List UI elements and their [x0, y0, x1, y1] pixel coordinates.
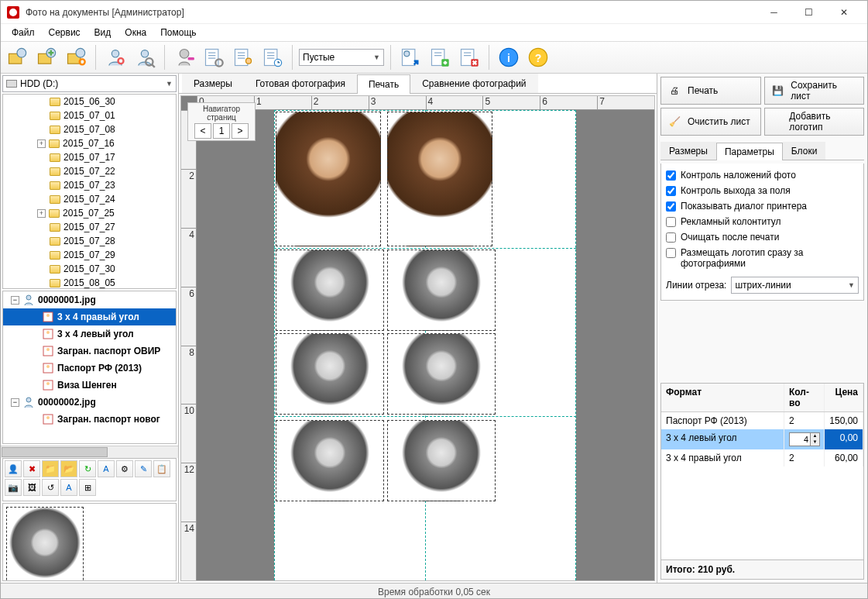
mini-btn-9[interactable]: 📋: [153, 460, 170, 477]
file-row[interactable]: −00000002.jpg: [3, 394, 176, 411]
mini-btn-1[interactable]: 👤: [5, 460, 22, 477]
folder-row[interactable]: 2015_07_08: [3, 122, 176, 136]
folder-row[interactable]: 2015_07_24: [3, 192, 176, 206]
folder-row[interactable]: 2015_07_27: [3, 220, 176, 234]
close-button[interactable]: ✕: [826, 1, 861, 24]
mini-btn-6[interactable]: A: [98, 460, 115, 477]
checkbox[interactable]: [666, 232, 676, 243]
qty-spinner[interactable]: ▲▼: [789, 432, 820, 446]
checkbox[interactable]: [666, 170, 676, 181]
mini-btn-11[interactable]: 🖼: [23, 479, 40, 496]
checkbox[interactable]: [666, 186, 676, 196]
page-prev-button[interactable]: <: [194, 123, 211, 139]
mini-btn-3[interactable]: 📁: [42, 460, 59, 477]
format-row[interactable]: 3 x 4 правый угол: [3, 308, 176, 325]
page-next-button[interactable]: >: [232, 123, 249, 139]
checkbox[interactable]: [666, 217, 676, 227]
photo-3x4-right-2[interactable]: [387, 420, 496, 501]
file-tree[interactable]: −00000001.jpg3 x 4 правый угол3 x 4 левы…: [2, 291, 177, 444]
toolbar-btn-person[interactable]: [102, 44, 129, 71]
toolbar-btn-listarrow[interactable]: [397, 44, 424, 71]
main-tab[interactable]: Размеры: [182, 74, 244, 93]
param-checkbox-row[interactable]: Очищать после печати: [666, 232, 859, 243]
mini-btn-10[interactable]: 📷: [5, 479, 22, 496]
format-row[interactable]: Загран. паспорт ОВИР: [3, 343, 176, 360]
photo-3x4-left-3[interactable]: [276, 333, 384, 415]
price-row[interactable]: 3 x 4 правый угол260,00: [661, 449, 863, 466]
folder-row[interactable]: +2015_07_25: [3, 206, 176, 220]
photo-passport-1[interactable]: [276, 112, 381, 246]
sub-tab[interactable]: Блоки: [783, 142, 826, 160]
cutline-combo[interactable]: штрих-линии▼: [731, 277, 859, 294]
collapse-icon[interactable]: −: [11, 296, 19, 305]
format-row[interactable]: Загран. паспорт новог: [3, 411, 176, 428]
print-canvas[interactable]: 01234567 02468101214: [180, 95, 655, 581]
toolbar-btn-open[interactable]: [4, 44, 30, 71]
param-checkbox-row[interactable]: Рекламный колонтитул: [666, 216, 859, 227]
folder-row[interactable]: 2015_07_23: [3, 178, 176, 192]
toolbar-btn-search[interactable]: [132, 44, 158, 71]
main-tab[interactable]: Готовая фотография: [244, 74, 357, 93]
photo-3x4-left-1[interactable]: [276, 250, 384, 331]
toolbar-btn-listplus[interactable]: [427, 44, 453, 71]
folder-row[interactable]: 2015_07_01: [3, 108, 176, 122]
format-row[interactable]: Виза Шенген: [3, 377, 176, 394]
menu-service[interactable]: Сервис: [43, 26, 87, 40]
mini-btn-12[interactable]: ↺: [42, 479, 59, 496]
photo-3x4-left-4[interactable]: [387, 333, 496, 415]
sub-tab[interactable]: Размеры: [660, 142, 716, 160]
folder-row[interactable]: 2015_07_28: [3, 234, 176, 248]
sub-tab[interactable]: Параметры: [716, 143, 783, 160]
expand-icon[interactable]: +: [37, 139, 46, 148]
add-logo-button[interactable]: Добавить логотип: [764, 108, 865, 136]
toolbar-btn-listclock[interactable]: [259, 44, 286, 71]
main-tab[interactable]: Сравнение фотографий: [410, 74, 537, 93]
mini-btn-4[interactable]: 📂: [60, 460, 77, 477]
qty-input[interactable]: [790, 433, 810, 446]
folder-row[interactable]: 2015_07_22: [3, 164, 176, 178]
print-button[interactable]: 🖨Печать: [660, 77, 761, 105]
toolbar-btn-listdel[interactable]: [456, 44, 482, 71]
file-row[interactable]: −00000001.jpg: [3, 291, 176, 308]
mini-btn-14[interactable]: ⊞: [79, 479, 96, 496]
toolbar-btn-openplus[interactable]: [33, 44, 60, 71]
param-checkbox-row[interactable]: Контроль наложений фото: [666, 170, 859, 181]
param-checkbox-row[interactable]: Размещать логотип сразу за фотографиями: [666, 247, 859, 269]
folder-row[interactable]: 2015_06_30: [3, 95, 176, 108]
menu-windows[interactable]: Окна: [118, 26, 153, 40]
minimize-button[interactable]: ─: [756, 1, 791, 24]
mini-btn-13[interactable]: A: [60, 479, 77, 496]
toolbar-btn-key[interactable]: [171, 44, 197, 71]
folder-tree[interactable]: 2015_06_302015_07_012015_07_08+2015_07_1…: [2, 94, 177, 289]
price-row[interactable]: 3 x 4 левый угол▲▼0,00: [661, 429, 863, 449]
profiles-combo[interactable]: Пустые▼: [299, 49, 384, 66]
mini-btn-5[interactable]: ↻: [79, 460, 96, 477]
file-tree-scrollbar[interactable]: [1, 446, 178, 458]
folder-row[interactable]: 2015_08_05: [3, 276, 176, 289]
folder-row[interactable]: 2015_07_29: [3, 248, 176, 262]
folder-row[interactable]: 2015_07_17: [3, 150, 176, 164]
maximize-button[interactable]: ☐: [791, 1, 826, 24]
photo-3x4-left-2[interactable]: [387, 250, 496, 331]
collapse-icon[interactable]: −: [11, 398, 19, 407]
folder-row[interactable]: 2015_07_30: [3, 262, 176, 276]
main-tab[interactable]: Печать: [357, 74, 410, 94]
folder-row[interactable]: +2015_07_16: [3, 136, 176, 150]
menu-view[interactable]: Вид: [88, 26, 118, 40]
mini-btn-8[interactable]: ✎: [135, 460, 152, 477]
param-checkbox-row[interactable]: Показывать диалог принтера: [666, 201, 859, 212]
mini-btn-7[interactable]: ⚙: [116, 460, 133, 477]
checkbox[interactable]: [666, 201, 676, 212]
toolbar-btn-opengear[interactable]: [63, 44, 89, 71]
checkbox[interactable]: [666, 248, 676, 258]
toolbar-btn-listgear[interactable]: [201, 44, 227, 71]
menu-help[interactable]: Помощь: [154, 26, 202, 40]
format-row[interactable]: Паспорт РФ (2013): [3, 360, 176, 377]
photo-passport-2[interactable]: [387, 112, 492, 246]
clear-sheet-button[interactable]: 🧹Очистить лист: [660, 108, 761, 136]
save-sheet-button[interactable]: 💾Сохранить лист: [764, 77, 865, 105]
spin-up[interactable]: ▲: [810, 433, 819, 439]
menu-file[interactable]: Файл: [5, 26, 41, 40]
price-row[interactable]: Паспорт РФ (2013)2150,00: [661, 412, 863, 429]
drive-combo[interactable]: HDD (D:) ▼: [2, 75, 177, 92]
